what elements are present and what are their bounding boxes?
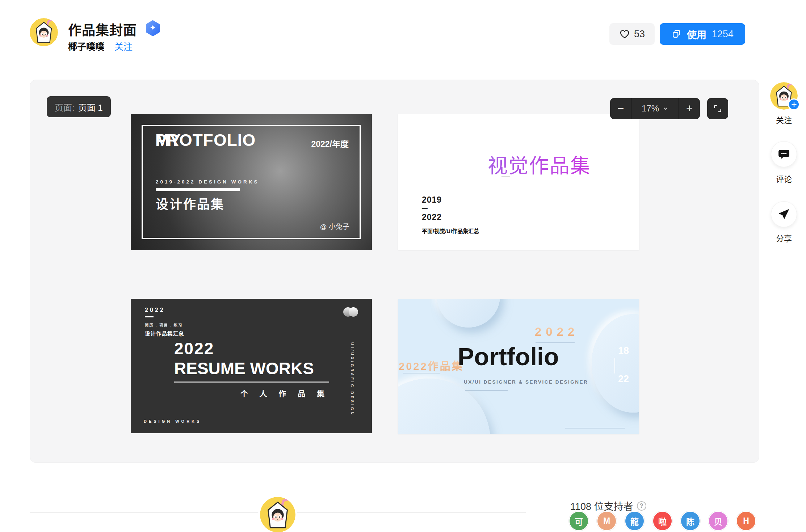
plus-icon (791, 102, 797, 107)
card4-vertical-line (614, 358, 615, 373)
card4-year: 2022 (535, 325, 579, 339)
like-count: 53 (634, 29, 645, 40)
author-avatar[interactable] (30, 18, 58, 46)
overlapping-circles-icon (343, 307, 360, 317)
card3-title-line2: RESUME WORKS (174, 358, 329, 379)
verified-badge-icon (146, 20, 160, 36)
card3-top-block: 2022 简历 . 项目 . 练习 设计作品集汇总 (145, 307, 184, 337)
card2-year-from: 2019 (422, 194, 479, 205)
card3-title-line1: 2022 (174, 339, 329, 358)
avatar-illustration-icon (260, 497, 295, 532)
supporter-avatar-list: 可 M 龍 啦 陈 贝 H (569, 511, 756, 531)
comment-bubble-icon (778, 148, 790, 160)
design-card-visual-portfolio[interactable]: 视觉作品集 2019 — 2022 平面/视觉/UI作品集汇总 (398, 114, 639, 250)
zoom-toolbar: − 17% + (610, 98, 700, 119)
zoom-level-value: 17% (642, 104, 659, 114)
supporter-avatar[interactable]: 可 (569, 511, 589, 531)
card3-tags: 简历 . 项目 . 练习 (145, 322, 184, 328)
card4-number-top: 18 (618, 345, 629, 356)
card4-number-bottom: 22 (618, 373, 629, 385)
comment-button[interactable] (771, 141, 797, 167)
avatar-illustration-icon (30, 18, 58, 46)
use-count: 1254 (712, 29, 734, 40)
card3-vertical-label: UI/UX/GRAFIC DESIGN (350, 342, 354, 416)
footer-author-avatar[interactable] (258, 495, 297, 532)
card4-subtitle: UX/UI DESIGNER & SERVICE DESIGNER (464, 379, 588, 385)
follow-plus-badge[interactable] (788, 98, 800, 110)
supporter-avatar[interactable]: M (597, 511, 617, 531)
card3-cn-subtitle: 个 人 作 品 集 (174, 388, 329, 398)
use-label: 使用 (687, 27, 706, 41)
card1-credit: @ 小兔子 (320, 221, 349, 231)
card3-underline-bar (174, 381, 329, 383)
card4-underline-4 (565, 428, 625, 428)
use-button[interactable]: 使用 1254 (660, 23, 745, 45)
fullscreen-button[interactable] (707, 98, 728, 119)
card3-dash (145, 316, 154, 317)
zoom-out-button[interactable]: − (610, 98, 631, 119)
copy-icon (671, 29, 681, 39)
follow-link[interactable]: 关注 (114, 39, 133, 52)
card4-underline-3 (465, 390, 508, 391)
supporter-avatar[interactable]: 啦 (652, 511, 672, 531)
card4-underline-2 (403, 373, 440, 373)
card4-cn-label: 2022作品集 (399, 358, 464, 373)
design-preview-canvas[interactable]: 页面: 页面 1 − 17% + MY PROTFOLIO (30, 80, 759, 463)
heart-icon (619, 29, 630, 39)
supporter-avatar[interactable]: 贝 (708, 511, 728, 531)
card2-year-block: 2019 — 2022 平面/视觉/UI作品集汇总 (422, 194, 479, 235)
supporter-avatar[interactable]: 龍 (625, 511, 645, 531)
supporter-avatar[interactable]: 陈 (680, 511, 700, 531)
card2-year-to: 2022 (422, 212, 479, 223)
design-card-resume-works[interactable]: 2022 简历 . 项目 . 练习 设计作品集汇总 2022 RESUME WO… (131, 299, 372, 433)
share-button[interactable] (771, 201, 797, 227)
card1-year-label: 2022/年度 (311, 137, 349, 149)
sidebar-comment-label: 评论 (767, 173, 801, 184)
card3-summary: 设计作品集汇总 (145, 329, 184, 337)
author-name[interactable]: 椰子噗噗 (68, 39, 104, 52)
card3-footer-label: DESIGN WORKS (144, 419, 201, 423)
design-card-my-protfolio[interactable]: MY PROTFOLIO 2022/年度 2019-2022 DESIGN WO… (131, 114, 372, 250)
card4-title: Portfolio (458, 342, 559, 371)
card2-dash: — (422, 205, 479, 212)
share-plane-icon (778, 208, 790, 220)
card3-year: 2022 (145, 307, 184, 313)
card4-decor-circle-right (592, 314, 639, 413)
fullscreen-icon (713, 104, 722, 113)
card2-subtitle: 平面/视觉/UI作品集汇总 (422, 227, 479, 235)
card2-underline (501, 176, 510, 177)
card4-decor-circle-bottom (398, 379, 490, 434)
like-button[interactable]: 53 (609, 23, 655, 45)
chevron-down-icon (663, 106, 668, 111)
supporter-avatar[interactable]: H (736, 511, 756, 531)
page-selector[interactable]: 页面: 页面 1 (47, 96, 111, 117)
card3-main-title: 2022 RESUME WORKS 个 人 作 品 集 (174, 339, 329, 398)
page-selector-label: 页面: (55, 101, 75, 113)
help-icon[interactable]: ? (637, 501, 646, 511)
card2-title: 视觉作品集 (488, 149, 591, 178)
page-title: 作品集封面 (68, 20, 137, 39)
card1-subtitle: 2019-2022 DESIGN WORKS (156, 179, 259, 185)
page-selector-value: 页面 1 (78, 101, 103, 113)
zoom-in-button[interactable]: + (679, 98, 700, 119)
card4-decor-circle-top (437, 299, 500, 328)
zoom-level-dropdown[interactable]: 17% (631, 98, 679, 119)
design-card-portfolio-blue[interactable]: 2022 2022作品集 Portfolio UX/UI DESIGNER & … (398, 299, 639, 434)
sidebar-share-label: 分享 (767, 232, 801, 244)
card1-cn-title: 设计作品集 (156, 194, 224, 212)
sidebar-follow-label: 关注 (767, 114, 801, 125)
resource-detail-page: 作品集封面 椰子噗噗 关注 53 使用 1254 页面: 页面 1 − 17% (0, 0, 806, 532)
card1-divider-bar (156, 188, 240, 191)
